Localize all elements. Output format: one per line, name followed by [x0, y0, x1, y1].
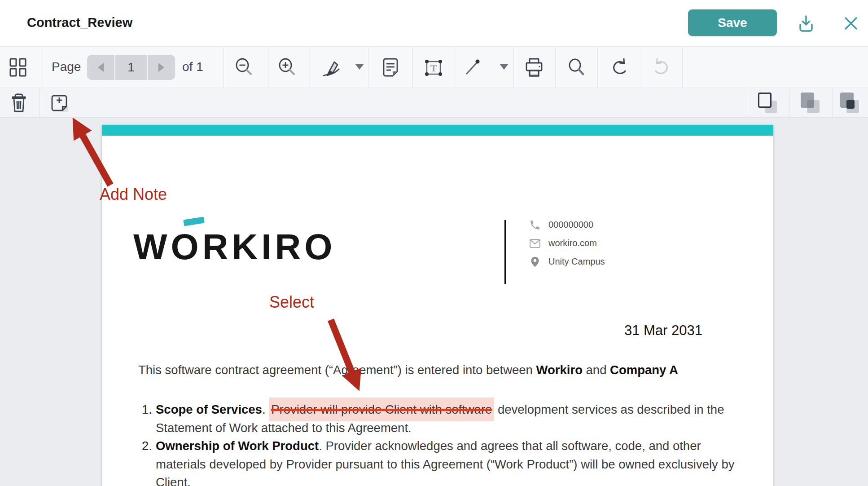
select-annotation-label: Select [269, 293, 314, 312]
clause-number: 1. [142, 401, 152, 419]
note-tool-button[interactable] [378, 55, 403, 80]
contact-block: 000000000 workiro.com Unity Campus [529, 216, 605, 271]
pdf-page[interactable]: WORKIRO 000000000 workiro.com [102, 125, 773, 486]
phone-icon [529, 219, 541, 231]
clause-number: 2. [142, 437, 152, 455]
text-box-icon: T [423, 57, 444, 78]
contract-clauses: 1.Scope of Services. Provider will provi… [156, 401, 737, 486]
contact-divider-line [504, 220, 506, 284]
print-button[interactable] [522, 55, 547, 80]
redo-button[interactable] [649, 55, 674, 80]
page-total-label: of 1 [182, 60, 203, 74]
contact-address: Unity Campus [548, 256, 605, 267]
page-label: Page [52, 60, 81, 74]
highlighter-icon [320, 56, 342, 79]
redo-icon [651, 57, 672, 78]
opacity-none-button[interactable] [755, 91, 780, 116]
struck-highlighted-text[interactable]: Provider will provide Client with softwa… [269, 398, 494, 421]
annotation-toolbar [0, 88, 868, 118]
layer-single-icon [757, 93, 779, 114]
zoom-out-button[interactable] [232, 55, 257, 80]
undo-button[interactable] [607, 55, 632, 80]
layer-merge-icon [839, 93, 861, 114]
pdf-editor-window: Contract_Review Save Pag [0, 0, 868, 486]
undo-icon [609, 57, 630, 78]
page-navigator: 1 [87, 55, 175, 80]
main-toolbar: Page 1 of 1 [0, 47, 868, 88]
clause-title: Ownership of Work Product [156, 439, 319, 453]
zoom-in-icon [277, 57, 298, 78]
clause-separator: . [262, 402, 269, 416]
add-note-button[interactable] [47, 91, 72, 116]
clause-ownership: 2.Ownership of Work Product. Provider ac… [156, 437, 737, 486]
page-header-bar [102, 125, 773, 136]
highlighter-dropdown-caret[interactable] [355, 64, 364, 70]
save-button[interactable]: Save [688, 9, 777, 36]
location-pin-icon [529, 256, 541, 268]
mail-icon [529, 238, 541, 249]
trash-icon [9, 93, 29, 114]
chevron-left-icon [98, 63, 104, 72]
print-icon [523, 57, 545, 78]
zoom-in-button[interactable] [275, 55, 300, 80]
opacity-full-button[interactable] [837, 91, 863, 116]
contact-phone: 000000000 [548, 220, 593, 230]
opacity-half-button[interactable] [798, 91, 823, 116]
text-tool-button[interactable]: T [421, 55, 446, 80]
download-icon [796, 13, 816, 33]
note-icon [380, 57, 401, 78]
add-note-annotation-label: Add Note [100, 185, 167, 204]
contact-website: workiro.com [548, 238, 597, 248]
logo-accent-mark [183, 216, 205, 226]
previous-page-button[interactable] [87, 55, 114, 80]
party-workiro: Workiro [536, 363, 583, 377]
document-viewport[interactable]: WORKIRO 000000000 workiro.com [0, 118, 868, 486]
clause-separator: . [319, 439, 325, 453]
contact-address-row: Unity Campus [529, 252, 605, 271]
close-button[interactable] [840, 13, 862, 34]
document-title: Contract_Review [27, 15, 132, 30]
clause-title: Scope of Services [156, 402, 262, 416]
search-button[interactable] [564, 55, 589, 80]
line-icon [462, 57, 482, 78]
contact-website-row: workiro.com [529, 234, 605, 252]
next-page-button[interactable] [148, 55, 175, 80]
header-bar: Contract_Review Save [0, 0, 868, 47]
party-company-a: Company A [610, 363, 678, 377]
zoom-out-icon [234, 57, 254, 78]
line-tool-button[interactable] [460, 55, 485, 80]
search-icon [566, 57, 587, 78]
intro-conjunction: and [583, 363, 610, 377]
thumbnail-grid-button[interactable] [5, 55, 31, 80]
contract-intro: This software contract agreement (“Agree… [138, 363, 749, 377]
highlighter-tool-button[interactable] [318, 55, 343, 80]
layer-overlap-icon [800, 93, 821, 114]
svg-text:T: T [430, 62, 437, 74]
line-dropdown-caret[interactable] [500, 64, 509, 70]
page-number-input[interactable]: 1 [115, 55, 146, 80]
download-button[interactable] [795, 13, 817, 34]
add-note-icon [49, 93, 70, 114]
clause-scope-of-services: 1.Scope of Services. Provider will provi… [156, 401, 737, 437]
close-icon [842, 15, 859, 32]
chevron-right-icon [158, 63, 164, 72]
contact-phone-row: 000000000 [529, 216, 605, 234]
grid-icon [9, 57, 27, 77]
contract-date: 31 Mar 2031 [624, 323, 702, 339]
intro-text: This software contract agreement (“Agree… [138, 363, 536, 377]
company-logo: WORKIRO [133, 229, 336, 265]
delete-annotation-button[interactable] [6, 91, 31, 116]
